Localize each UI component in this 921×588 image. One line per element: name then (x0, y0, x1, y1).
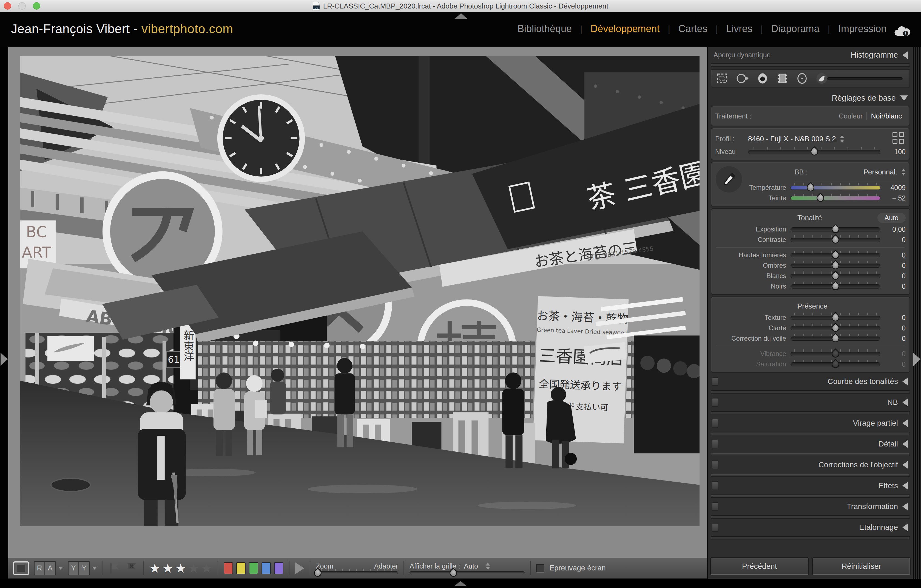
slider-value[interactable]: 0 (880, 272, 906, 280)
profile-browser-icon[interactable] (892, 132, 904, 144)
collapse-arrow-icon[interactable] (902, 461, 908, 469)
module-livres[interactable]: Livres (724, 23, 754, 34)
slider-value[interactable]: 0 (880, 350, 906, 358)
expand-arrow-icon[interactable] (900, 95, 908, 101)
hide-right-panel-arrow[interactable] (913, 353, 921, 366)
solo-mode-toggle[interactable] (712, 523, 718, 532)
red-eye-tool-icon[interactable] (756, 71, 769, 86)
reset-button[interactable]: Réinitialiser (813, 558, 910, 575)
star-3[interactable]: ★ (175, 562, 186, 575)
slider-value[interactable]: 4009 (880, 184, 906, 192)
slider-value[interactable]: 0 (880, 262, 906, 270)
module-d-veloppement[interactable]: Développement (589, 23, 661, 34)
slider-track[interactable] (791, 274, 880, 278)
collapse-arrow-icon[interactable] (902, 399, 908, 406)
spot-removal-tool-icon[interactable] (735, 71, 749, 86)
panel-header-effets[interactable]: Effets (708, 479, 913, 493)
slider-value[interactable]: 0 (880, 282, 906, 290)
collapse-arrow-icon[interactable] (902, 503, 908, 510)
left-panel-collapsed-strip[interactable] (0, 47, 8, 579)
slider-track[interactable] (791, 337, 880, 340)
chevron-down-icon[interactable] (58, 567, 63, 570)
slider-value[interactable]: 100 (880, 148, 906, 156)
color-label-3[interactable] (249, 562, 258, 574)
grid-value[interactable]: Auto (464, 562, 478, 570)
slider-value[interactable]: 0,00 (880, 225, 906, 233)
radial-filter-tool-icon[interactable] (796, 71, 808, 86)
slider-value[interactable]: 0 (880, 251, 906, 259)
slider-track[interactable] (791, 316, 880, 320)
pick-flag-icon[interactable] (109, 562, 120, 575)
reject-flag-icon[interactable] (125, 562, 138, 575)
white-balance-eyedropper[interactable] (716, 166, 742, 192)
photo-canvas[interactable]: BC ART ABC-MART (20, 56, 700, 526)
slider-track[interactable] (791, 326, 880, 330)
slider-value[interactable]: − 52 (880, 194, 906, 202)
chevron-down-icon[interactable] (92, 567, 97, 570)
slider-value[interactable]: 0 (880, 324, 906, 332)
sync-cloud-icon[interactable]: ! (893, 25, 912, 38)
slider-thumb[interactable] (830, 224, 841, 235)
slider-track[interactable] (791, 352, 880, 356)
slider-value[interactable]: 0 (880, 360, 906, 368)
panel-header-transformation[interactable]: Transformation (708, 499, 913, 514)
slider-track[interactable] (748, 150, 880, 154)
adjustment-brush-tool-icon[interactable] (815, 71, 905, 86)
slider-track[interactable] (791, 253, 880, 257)
collapse-arrow-icon[interactable] (902, 524, 908, 531)
stepper-icon[interactable] (486, 563, 490, 570)
color-label-2[interactable] (236, 562, 246, 574)
panel-header-d-tail[interactable]: Détail (708, 437, 913, 451)
color-label-buttons[interactable] (224, 562, 283, 574)
treatment-color-option[interactable]: Couleur (835, 112, 867, 120)
color-label-1[interactable] (224, 562, 233, 574)
panel-header-nb[interactable]: NB (708, 395, 913, 409)
module-cartes[interactable]: Cartes (677, 23, 709, 34)
show-left-panel-arrow[interactable] (0, 353, 8, 366)
auto-tone-button[interactable]: Auto (877, 213, 906, 223)
slider-value[interactable]: 0 (880, 335, 906, 342)
module-impression[interactable]: Impression (836, 23, 888, 34)
panel-header-etalonnage[interactable]: Etalonnage (708, 520, 913, 534)
slider-track[interactable] (791, 264, 880, 268)
star-1[interactable]: ★ (149, 562, 160, 575)
slider-track[interactable] (791, 238, 880, 242)
module-diaporama[interactable]: Diaporama (770, 23, 821, 34)
solo-mode-toggle[interactable] (712, 461, 718, 469)
slider-track[interactable] (791, 196, 880, 200)
compare-view-button[interactable]: YY (68, 561, 97, 575)
zoom-slider[interactable] (316, 571, 398, 574)
panel-header-corrections-de-l-objectif[interactable]: Corrections de l'objectif (708, 458, 913, 472)
graduated-filter-tool-icon[interactable] (776, 71, 789, 86)
show-filmstrip-arrow[interactable] (454, 581, 467, 586)
star-rating[interactable]: ★★★★★ (149, 562, 212, 575)
slider-track[interactable] (791, 227, 880, 231)
color-label-4[interactable] (262, 562, 271, 574)
solo-mode-toggle[interactable] (712, 377, 718, 386)
treatment-bw-option[interactable]: Noir/blanc (867, 112, 906, 120)
stepper-icon[interactable] (840, 135, 844, 142)
slider-track[interactable] (791, 284, 880, 288)
slider-value[interactable]: 0 (880, 314, 906, 322)
right-panel-edge-strip[interactable] (913, 47, 921, 579)
collapse-arrow-icon[interactable] (902, 482, 908, 490)
wb-value[interactable]: Personnal. (864, 168, 897, 176)
star-5[interactable]: ★ (201, 562, 212, 575)
collapse-arrow-icon[interactable] (902, 378, 908, 385)
previous-button[interactable]: Précédent (711, 558, 808, 575)
solo-mode-toggle[interactable] (712, 502, 718, 511)
basic-panel-header[interactable]: Réglages de base (708, 90, 913, 104)
grid-size-slider[interactable] (410, 571, 525, 574)
filmstrip-collapsed-strip[interactable] (0, 579, 921, 588)
collapse-arrow-icon[interactable] (902, 51, 908, 59)
panel-header-virage-partiel[interactable]: Virage partiel (708, 416, 913, 430)
module-biblioth-que[interactable]: Bibliothèque (516, 23, 573, 34)
solo-mode-toggle[interactable] (712, 398, 718, 407)
star-4[interactable]: ★ (188, 562, 199, 575)
color-label-5[interactable] (274, 562, 283, 574)
star-2[interactable]: ★ (162, 562, 173, 575)
slider-track[interactable] (791, 362, 880, 366)
collapse-arrow-icon[interactable] (902, 419, 908, 427)
soft-proofing-checkbox[interactable] (536, 564, 544, 572)
smart-preview-status[interactable]: Aperçu dynamique (713, 51, 771, 59)
